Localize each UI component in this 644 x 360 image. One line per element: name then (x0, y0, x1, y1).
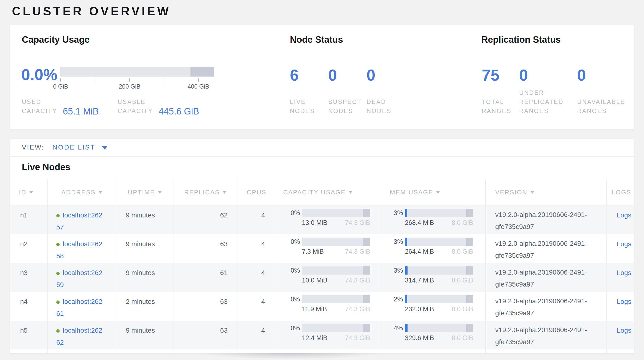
capacity-usage-reserved-segment (363, 295, 370, 303)
column-header-replicas[interactable]: REPLICAS (173, 179, 237, 205)
node-id-cell: n4 (10, 292, 48, 321)
mem-total-value: 8.0 GiB (452, 277, 473, 284)
node-logs-cell: Logs (606, 263, 634, 292)
gauge-tick (60, 78, 61, 82)
mem-usage-reserved-segment (466, 295, 473, 303)
column-header-capacity-usage[interactable]: CAPACITY USAGE (276, 179, 379, 205)
capacity-used-value: 13.0 MiB (302, 219, 328, 227)
unavailable-ranges-count: 0 (577, 67, 625, 83)
node-address-cell: localhost:26259 (48, 263, 116, 292)
node-cpus-cell: 4 (237, 321, 276, 349)
mem-usage-bar (405, 209, 473, 217)
unavailable-ranges-label: UNAVAILABLE RANGES (577, 97, 625, 115)
capacity-usage-reserved-segment (363, 266, 370, 275)
node-address-link[interactable]: localhost:26262 (56, 327, 116, 348)
mem-total-value: 8.0 GiB (452, 305, 473, 313)
table-row: n2 localhost:26258 9 minutes 63 4 0% 7.3… (10, 234, 634, 263)
usable-capacity-label: USABLE CAPACITY (118, 97, 153, 115)
sort-arrow-icon (348, 191, 352, 194)
view-dropdown-value: NODE LIST (52, 143, 95, 151)
node-logs-link[interactable]: Logs (617, 269, 631, 276)
page-bottom-shadow (201, 353, 378, 359)
capacity-usage-reserved-segment (363, 238, 370, 246)
mem-percent: 3% (379, 238, 403, 246)
table-row: n4 localhost:26261 2 minutes 63 4 0% 11.… (10, 292, 634, 321)
live-nodes-label: LIVE NODES (290, 97, 315, 115)
used-capacity-label: USED CAPACITY (22, 97, 57, 115)
mem-used-value: 264.4 MiB (405, 248, 434, 255)
capacity-usable-value: 74.3 GiB (345, 219, 370, 227)
node-live-status-icon (56, 243, 60, 246)
sort-arrow-icon (530, 191, 534, 194)
capacity-used-value: 7.3 MiB (302, 248, 324, 255)
mem-usage-fill (405, 238, 407, 246)
node-replicas-cell: 61 (173, 263, 237, 292)
view-dropdown[interactable]: NODE LIST (52, 143, 107, 151)
capacity-used-value: 10.0 MiB (302, 277, 328, 284)
node-mem-usage-cell: 3% 264.4 MiB 8.0 GiB (379, 234, 486, 263)
live-nodes-count: 6 (290, 67, 315, 83)
capacity-usage-reserved-segment (363, 209, 370, 217)
under-replicated-ranges-label: UNDER- REPLICATED RANGES (519, 88, 564, 115)
used-capacity-stat: USED CAPACITY 65.1 MiB (22, 97, 99, 115)
capacity-usable-value: 74.3 GiB (345, 277, 370, 284)
capacity-usage-bar (302, 209, 370, 217)
node-logs-cell: Logs (606, 321, 634, 349)
page-title: CLUSTER OVERVIEW (12, 4, 171, 18)
live-nodes-stat: 6 LIVE NODES (290, 67, 315, 115)
column-header-address[interactable]: ADDRESS (48, 179, 116, 205)
gauge-tick (95, 78, 95, 82)
column-header-cpus: CPUS (237, 179, 276, 205)
capacity-percent: 0% (276, 209, 300, 217)
node-address-cell: localhost:26261 (48, 292, 116, 321)
mem-total-value: 8.0 GiB (452, 334, 473, 342)
column-header-version[interactable]: VERSION (486, 179, 606, 205)
under-replicated-ranges-stat: 0 UNDER- REPLICATED RANGES (519, 67, 564, 115)
node-live-status-icon (56, 214, 60, 218)
node-version-cell: v19.2.0-alpha.20190606-2491-gfe735c9a97 (486, 206, 606, 234)
node-capacity-usage-cell: 0% 11.9 MiB 74.3 GiB (276, 292, 379, 321)
column-header-uptime[interactable]: UPTIME (116, 179, 173, 205)
node-logs-link[interactable]: Logs (617, 298, 631, 305)
gauge-tick-label: 200 GiB (119, 83, 140, 90)
node-logs-link[interactable]: Logs (617, 240, 631, 248)
column-header-logs: LOGS (606, 179, 634, 205)
live-nodes-table-title: Live Nodes (22, 162, 70, 172)
node-capacity-usage-cell: 0% 12.4 MiB 74.3 GiB (276, 321, 379, 349)
node-live-status-icon (56, 300, 60, 304)
node-logs-link[interactable]: Logs (617, 212, 631, 219)
node-cpus-cell: 4 (237, 292, 276, 321)
total-ranges-label: TOTAL RANGES (482, 97, 512, 115)
node-logs-cell: Logs (606, 292, 634, 321)
node-capacity-usage-cell: 0% 13.0 MiB 74.3 GiB (276, 206, 379, 234)
view-selector-bar: VIEW: NODE LIST (10, 139, 634, 156)
node-version-cell: v19.2.0-alpha.20190606-2491-gfe735c9a97 (486, 321, 606, 349)
node-uptime-cell: 9 minutes (116, 234, 173, 263)
column-header-mem-usage[interactable]: MEM USAGE (379, 179, 486, 205)
mem-usage-bar (405, 295, 473, 303)
view-label: VIEW: (22, 143, 44, 151)
column-header-id[interactable]: ID (10, 179, 48, 205)
mem-usage-bar (405, 324, 473, 332)
node-version-cell: v19.2.0-alpha.20190606-2491-gfe735c9a97 (486, 234, 606, 263)
unavailable-ranges-stat: 0 UNAVAILABLE RANGES (577, 67, 625, 115)
capacity-usage-heading: Capacity Usage (22, 35, 90, 45)
gauge-tick (198, 78, 198, 82)
node-address-link[interactable]: localhost:26259 (56, 269, 116, 291)
capacity-usable-value: 74.3 GiB (345, 248, 370, 255)
node-cpus-cell: 4 (237, 206, 276, 234)
node-logs-link[interactable]: Logs (617, 327, 631, 334)
mem-usage-fill (405, 266, 408, 275)
mem-usage-fill (405, 295, 407, 303)
node-address-link[interactable]: localhost:26258 (56, 240, 116, 262)
mem-usage-fill (405, 209, 407, 217)
table-header-row: ID ADDRESS UPTIME REPLICAS CPUS CAPACITY… (10, 179, 634, 206)
capacity-percent: 0% (276, 296, 300, 303)
mem-percent: 3% (379, 267, 403, 274)
mem-usage-fill (405, 324, 408, 332)
node-address-link[interactable]: localhost:26257 (56, 212, 116, 233)
gauge-tick (130, 78, 130, 82)
node-replicas-cell: 63 (173, 234, 237, 263)
node-address-link[interactable]: localhost:26261 (56, 298, 116, 320)
mem-usage-reserved-segment (466, 324, 473, 332)
